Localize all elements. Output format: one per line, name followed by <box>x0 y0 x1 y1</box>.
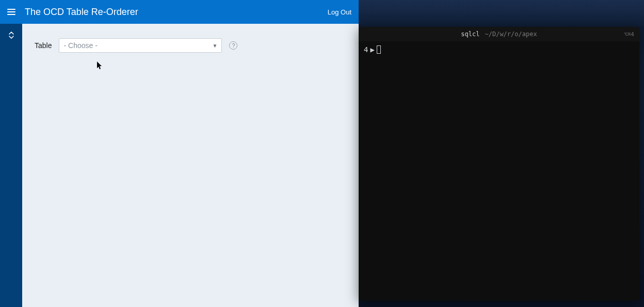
terminal-prompt-arrow-icon: ▶ <box>370 45 374 54</box>
sidebar <box>0 24 22 307</box>
content-area: Table - Choose - ▼ ? <box>22 24 359 307</box>
terminal-title-path: ~/D/w/r/o/apex <box>485 30 537 38</box>
table-field-label: Table <box>35 41 52 50</box>
terminal-titlebar[interactable]: sqlcl ~/D/w/r/o/apex ⌥⌘4 <box>359 27 639 41</box>
app-pane: The OCD Table Re-Orderer Log Out Table -… <box>0 0 359 307</box>
terminal-body[interactable]: 4 ▶ <box>359 41 639 58</box>
terminal-title-process: sqlcl <box>461 30 479 38</box>
expand-collapse-icon[interactable] <box>8 31 15 41</box>
body-row: Table - Choose - ▼ ? <box>0 24 359 307</box>
desktop-pane: sqlcl ~/D/w/r/o/apex ⌥⌘4 4 ▶ <box>359 0 644 307</box>
terminal-cursor <box>377 45 381 54</box>
terminal-shortcut-label: ⌥⌘4 <box>624 31 634 38</box>
app-title: The OCD Table Re-Orderer <box>25 7 138 18</box>
table-select[interactable]: - Choose - ▼ <box>59 38 222 53</box>
wallpaper <box>359 0 644 27</box>
header-left: The OCD Table Re-Orderer <box>7 7 138 18</box>
logout-link[interactable]: Log Out <box>328 8 351 16</box>
table-field-row: Table - Choose - ▼ ? <box>35 38 346 53</box>
menu-icon[interactable] <box>7 9 15 15</box>
chevron-down-icon: ▼ <box>213 43 218 49</box>
app-header: The OCD Table Re-Orderer Log Out <box>0 0 359 24</box>
table-select-placeholder: - Choose - <box>63 41 97 50</box>
terminal-prompt-number: 4 <box>364 45 368 54</box>
help-icon[interactable]: ? <box>229 41 237 50</box>
terminal-window[interactable]: sqlcl ~/D/w/r/o/apex ⌥⌘4 4 ▶ <box>359 27 639 301</box>
